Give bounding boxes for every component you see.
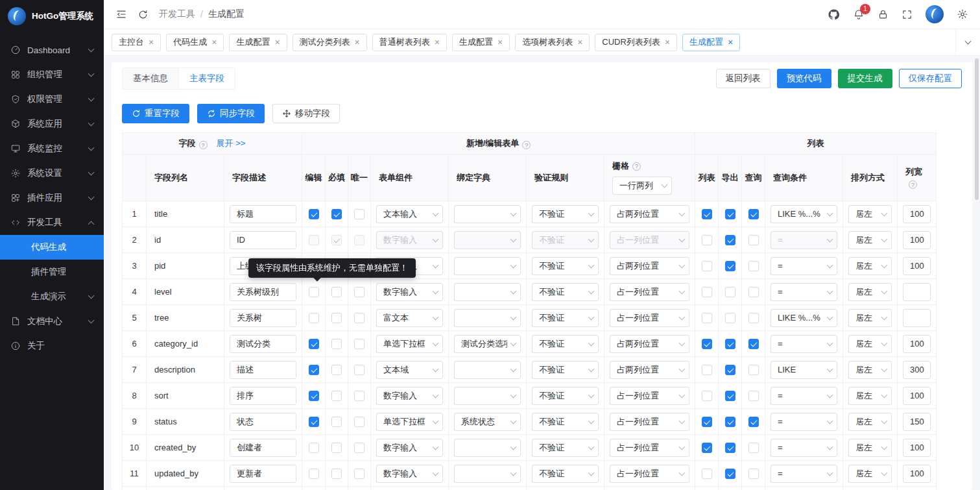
rule-select[interactable]: 不验证: [532, 205, 599, 223]
query-checkbox[interactable]: [748, 339, 759, 349]
dict-select[interactable]: [454, 205, 521, 223]
field-desc-input[interactable]: 排序: [230, 387, 296, 405]
tab-basic-info[interactable]: 基本信息: [123, 68, 178, 89]
list-checkbox[interactable]: [702, 469, 712, 479]
query-cond-select[interactable]: =: [771, 257, 837, 275]
close-icon[interactable]: [355, 38, 360, 47]
align-select[interactable]: 居左: [848, 361, 892, 379]
sidebar-item-settings[interactable]: 系统设置: [0, 161, 104, 186]
field-desc-input[interactable]: 关系树级别: [230, 283, 296, 301]
unique-checkbox[interactable]: [354, 365, 365, 375]
query-checkbox[interactable]: [748, 287, 759, 297]
sidebar-item-monitor[interactable]: 系统监控: [0, 136, 104, 161]
tab-chip[interactable]: 主控台: [112, 34, 161, 51]
query-checkbox[interactable]: [748, 261, 759, 271]
export-checkbox[interactable]: [725, 339, 735, 349]
edit-checkbox[interactable]: [309, 417, 319, 427]
menu-fold-icon[interactable]: [115, 8, 127, 20]
export-checkbox[interactable]: [725, 287, 735, 297]
fullscreen-icon[interactable]: [902, 9, 913, 20]
unique-checkbox[interactable]: [354, 469, 365, 479]
rule-select[interactable]: 不验证: [532, 283, 599, 301]
required-checkbox[interactable]: [331, 339, 342, 349]
grid-mode-select[interactable]: 一行两列: [612, 177, 672, 195]
sidebar-subitem-gen-demo[interactable]: 生成演示: [0, 284, 104, 309]
sidebar-item-system-app[interactable]: 系统应用: [0, 112, 104, 136]
align-select[interactable]: 居左: [848, 413, 892, 431]
close-icon[interactable]: [274, 38, 280, 47]
field-desc-input[interactable]: 测试分类: [230, 335, 296, 353]
col-width-input[interactable]: 100: [903, 465, 931, 483]
align-select[interactable]: 居左: [848, 335, 892, 353]
col-width-input[interactable]: 100: [903, 257, 931, 275]
align-select[interactable]: 居左: [848, 465, 892, 483]
edit-checkbox[interactable]: [309, 287, 319, 297]
required-checkbox[interactable]: [331, 209, 342, 219]
field-desc-input[interactable]: ID: [230, 231, 296, 249]
grid-select[interactable]: 占两列位置: [610, 361, 689, 379]
query-checkbox[interactable]: [748, 313, 759, 323]
tab-main-fields[interactable]: 主表字段: [178, 68, 235, 89]
dict-select[interactable]: 测试分类选项: [454, 335, 521, 353]
back-to-list-button[interactable]: 返回列表: [716, 69, 771, 88]
list-checkbox[interactable]: [702, 391, 712, 401]
required-checkbox[interactable]: [331, 469, 342, 479]
move-fields-button[interactable]: 移动字段: [272, 104, 340, 123]
component-select[interactable]: 数字输入: [376, 387, 443, 405]
rule-select[interactable]: 不验证: [532, 309, 599, 327]
app-logo[interactable]: HotGo管理系统: [0, 0, 104, 32]
close-icon[interactable]: [728, 38, 733, 47]
list-checkbox[interactable]: [702, 365, 712, 375]
rule-select[interactable]: 不验证: [532, 335, 599, 353]
dict-select[interactable]: [454, 465, 521, 483]
list-checkbox[interactable]: [702, 443, 712, 453]
query-cond-select[interactable]: =: [771, 387, 837, 405]
sync-fields-button[interactable]: 同步字段: [197, 104, 265, 123]
close-icon[interactable]: [497, 38, 503, 47]
close-icon[interactable]: [211, 38, 217, 47]
export-checkbox[interactable]: [725, 209, 735, 219]
list-checkbox[interactable]: [702, 313, 712, 323]
tab-chip[interactable]: 生成配置: [229, 34, 287, 51]
close-icon[interactable]: [435, 38, 440, 47]
align-select[interactable]: 居左: [848, 205, 892, 223]
query-checkbox[interactable]: [748, 235, 759, 245]
help-icon[interactable]: [199, 141, 208, 149]
edit-checkbox[interactable]: [309, 469, 319, 479]
query-cond-select[interactable]: =: [771, 439, 837, 457]
query-cond-select[interactable]: =: [771, 413, 837, 431]
component-select[interactable]: 单选下拉框: [376, 335, 443, 353]
rule-select[interactable]: 不验证: [532, 257, 599, 275]
list-checkbox[interactable]: [702, 417, 712, 427]
grid-select[interactable]: 占一列位置: [610, 465, 689, 483]
refresh-icon[interactable]: [137, 9, 149, 20]
query-checkbox[interactable]: [748, 443, 759, 453]
unique-checkbox[interactable]: [354, 209, 365, 219]
edit-checkbox[interactable]: [309, 391, 319, 401]
lock-icon[interactable]: [878, 9, 889, 20]
grid-select[interactable]: 占两列位置: [610, 257, 689, 275]
grid-select[interactable]: 占两列位置: [610, 335, 689, 353]
field-desc-input[interactable]: 创建者: [230, 439, 296, 457]
unique-checkbox[interactable]: [354, 391, 365, 401]
col-width-input[interactable]: [903, 309, 931, 327]
col-width-input[interactable]: 100: [903, 439, 931, 457]
rule-select[interactable]: 不验证: [532, 465, 599, 483]
tab-chip[interactable]: 生成配置: [452, 34, 510, 51]
preview-code-button[interactable]: 预览代码: [777, 69, 831, 88]
component-select[interactable]: 文本域: [376, 361, 443, 379]
component-select[interactable]: 数字输入: [376, 439, 443, 457]
align-select[interactable]: 居左: [848, 257, 892, 275]
align-select[interactable]: 居左: [848, 309, 892, 327]
list-checkbox[interactable]: [702, 209, 712, 219]
grid-select[interactable]: 占两列位置: [610, 205, 689, 223]
scrollbar[interactable]: [975, 58, 979, 200]
query-cond-select[interactable]: =: [771, 335, 837, 353]
help-icon[interactable]: [909, 180, 917, 189]
export-checkbox[interactable]: [725, 365, 735, 375]
align-select[interactable]: 居左: [848, 231, 892, 249]
list-checkbox[interactable]: [702, 339, 712, 349]
export-checkbox[interactable]: [725, 469, 735, 479]
required-checkbox[interactable]: [331, 417, 342, 427]
edit-checkbox[interactable]: [309, 365, 319, 375]
